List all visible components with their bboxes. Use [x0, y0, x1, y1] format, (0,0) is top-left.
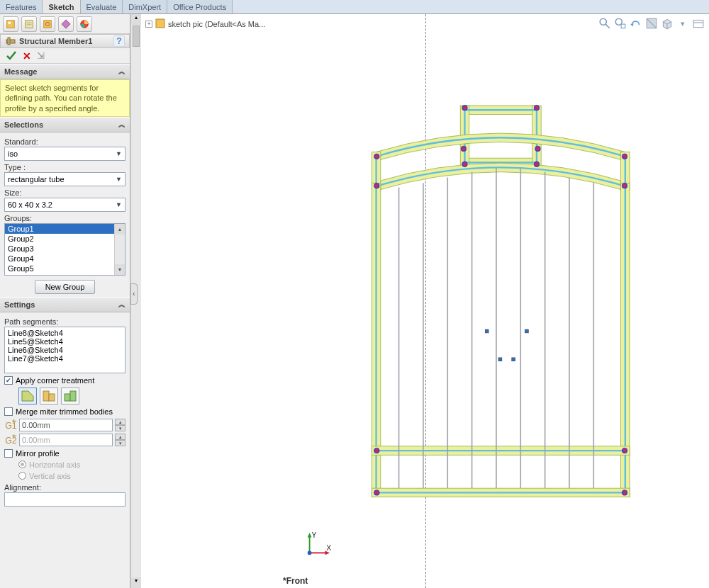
alignment-input[interactable]	[4, 492, 125, 507]
expand-icon[interactable]: +	[145, 21, 152, 28]
structural-member-icon	[5, 35, 16, 47]
new-group-button[interactable]: New Group	[35, 280, 96, 294]
view-orientation-icon[interactable]	[661, 17, 674, 30]
svg-rect-72	[512, 358, 515, 361]
list-item[interactable]: Group2	[5, 234, 125, 244]
mirror-profile-label: Mirror profile	[16, 449, 60, 458]
config-manager-icon[interactable]	[40, 16, 55, 32]
spinner-buttons[interactable]: ▴▾	[115, 434, 125, 446]
size-combo[interactable]: 60 x 40 x 3.2▼	[4, 198, 125, 212]
collapse-icon: ︽	[118, 300, 125, 310]
standard-label: Standard:	[4, 137, 125, 146]
list-item[interactable]: Group3	[5, 244, 125, 254]
list-item[interactable]: Line5@Sketch4	[8, 337, 122, 346]
feature-name: Structural Member1	[19, 37, 92, 45]
apply-corner-label: Apply corner treatment	[16, 376, 94, 385]
svg-text:Y: Y	[311, 531, 316, 539]
tab-sketch[interactable]: Sketch	[43, 0, 80, 13]
corner-end-butt1-button[interactable]	[40, 388, 58, 405]
list-item[interactable]: Line7@Sketch4	[8, 354, 122, 363]
heads-up-toolbar: ▾	[598, 17, 705, 30]
dimxpert-manager-icon[interactable]	[58, 16, 74, 32]
type-label: Type :	[4, 163, 125, 171]
view-name-label: *Front	[283, 576, 308, 586]
list-item[interactable]: Line8@Sketch4	[8, 329, 122, 337]
previous-view-icon[interactable]	[630, 17, 642, 30]
gap-g2-input[interactable]: 0.00mm	[19, 434, 113, 446]
settings-header[interactable]: Settings︽	[0, 297, 130, 312]
radio-icon	[18, 460, 26, 468]
groups-listbox[interactable]: Group1 Group2 Group3 Group4 Group5 ▴▾	[4, 223, 125, 276]
help-icon[interactable]: ?	[113, 35, 125, 47]
selections-body: Standard: iso▼ Type : rectangular tube▼ …	[0, 132, 130, 297]
graphics-area[interactable]: + sketch pic (Default<As Ma... ▾	[141, 14, 709, 588]
flyout-tree[interactable]: + sketch pic (Default<As Ma...	[145, 18, 265, 30]
standard-combo[interactable]: iso▼	[4, 147, 125, 161]
list-item[interactable]: Group5	[5, 264, 125, 273]
svg-rect-2	[26, 20, 33, 28]
corner-end-butt2-button[interactable]	[61, 388, 79, 405]
property-manager-icon[interactable]	[21, 16, 37, 32]
section-view-icon[interactable]	[645, 17, 658, 30]
svg-point-65	[374, 490, 379, 495]
svg-point-67	[461, 146, 467, 152]
svg-point-61	[374, 183, 379, 188]
spinner-buttons[interactable]: ▴▾	[115, 419, 125, 431]
svg-point-79	[308, 551, 312, 555]
svg-rect-69	[485, 329, 489, 333]
svg-rect-13	[65, 394, 70, 401]
list-item[interactable]: Line6@Sketch4	[8, 346, 122, 354]
type-combo[interactable]: rectangular tube▼	[4, 172, 125, 186]
tab-evaluate[interactable]: Evaluate	[81, 0, 123, 13]
feature-title-bar: Structural Member1 ?	[0, 34, 130, 48]
feature-manager-toolbar	[0, 14, 130, 34]
svg-text:X: X	[326, 544, 331, 552]
display-style-icon[interactable]	[692, 17, 705, 30]
svg-rect-9	[8, 38, 10, 45]
scrollbar[interactable]: ▴▾	[114, 224, 125, 275]
tab-features[interactable]: Features	[0, 0, 43, 13]
chevron-down-icon: ▼	[116, 150, 122, 157]
display-manager-icon[interactable]	[77, 16, 92, 32]
chevron-down-icon: ▼	[116, 201, 122, 208]
svg-rect-5	[44, 20, 52, 28]
mirror-profile-checkbox-row[interactable]: Mirror profile	[4, 449, 125, 458]
collapse-icon: ︽	[118, 67, 125, 77]
zoom-fit-icon[interactable]	[598, 17, 611, 30]
list-item[interactable]: Group4	[5, 254, 125, 264]
panel-splitter[interactable]	[130, 283, 138, 305]
svg-point-66	[622, 490, 627, 495]
feature-tree-icon[interactable]	[3, 16, 18, 32]
svg-point-63	[374, 448, 379, 453]
message-body: Select sketch segments for defining path…	[0, 79, 130, 117]
svg-rect-17	[156, 19, 164, 28]
pathsegments-listbox[interactable]: Line8@Sketch4 Line5@Sketch4 Line6@Sketch…	[4, 327, 125, 373]
part-icon	[155, 18, 165, 30]
tab-dimxpert[interactable]: DimXpert	[123, 0, 167, 13]
svg-point-58	[534, 162, 540, 167]
zoom-area-icon[interactable]	[614, 17, 627, 30]
collapse-icon: ︽	[118, 120, 125, 130]
checkbox-unchecked-icon[interactable]	[4, 407, 13, 416]
tab-office-products[interactable]: Office Products	[167, 0, 233, 13]
checkbox-unchecked-icon[interactable]	[4, 449, 13, 458]
svg-rect-1	[9, 21, 11, 24]
apply-corner-checkbox-row[interactable]: ✔ Apply corner treatment	[4, 376, 125, 385]
gap-g1-input[interactable]: 0.00mm	[19, 419, 113, 431]
message-header[interactable]: Message︽	[0, 64, 130, 79]
list-item[interactable]: Group1	[5, 224, 125, 234]
ok-button[interactable]	[6, 50, 17, 62]
orientation-triad[interactable]: Y X	[304, 531, 331, 560]
svg-point-56	[534, 105, 540, 111]
command-tabs: Features Sketch Evaluate DimXpert Office…	[0, 0, 709, 14]
selections-header[interactable]: Selections︽	[0, 117, 130, 132]
checkbox-checked-icon[interactable]: ✔	[4, 376, 13, 385]
sketch-model	[279, 35, 705, 574]
pushpin-icon[interactable]: ⇲	[37, 50, 45, 61]
dropdown-icon[interactable]: ▾	[676, 17, 689, 30]
merge-miter-label: Merge miter trimmed bodies	[16, 407, 113, 416]
corner-end-miter-button[interactable]	[18, 388, 37, 405]
chevron-down-icon: ▼	[116, 176, 122, 183]
merge-miter-checkbox-row[interactable]: Merge miter trimmed bodies	[4, 407, 125, 416]
cancel-button[interactable]: ✕	[23, 50, 31, 62]
